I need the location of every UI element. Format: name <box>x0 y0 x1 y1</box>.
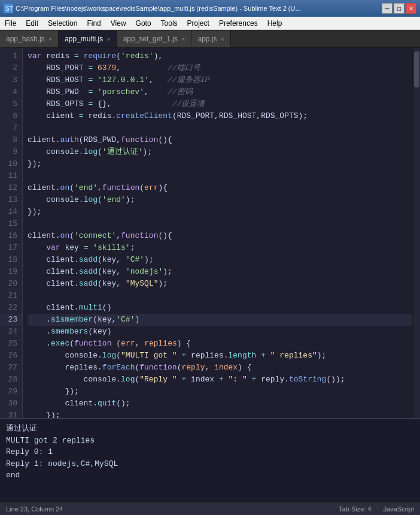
console-line: 通过认证 <box>6 423 414 435</box>
minimize-button[interactable]: ─ <box>382 3 392 14</box>
code-line: client.on('end',function(err){ <box>28 182 412 194</box>
tab-close-button[interactable]: × <box>48 35 52 43</box>
code-line: }); <box>28 410 412 418</box>
code-line: RDS_HOST = '127.0.0.1', //服务器IP <box>28 74 412 86</box>
line-number: 3 <box>0 74 22 86</box>
code-line: var redis = require('redis'), <box>28 50 412 62</box>
tab-label: app_set_get_1.js <box>123 35 178 43</box>
code-line: }); <box>28 206 412 218</box>
line-number: 7 <box>0 122 22 134</box>
window-controls: ─ □ ✕ <box>382 3 416 14</box>
status-bar: Line 23, Column 24 Tab Size: 4 JavaScrip… <box>0 502 420 515</box>
code-line: .sismember(key,'C#') <box>28 314 412 326</box>
line-number: 27 <box>0 362 22 374</box>
code-line: client.on('connect',function(){ <box>28 230 412 242</box>
line-number: 2 <box>0 62 22 74</box>
line-number: 1 <box>0 50 22 62</box>
title-bar: ST C:\Program Files\nodejs\workspace\red… <box>0 0 420 17</box>
menu-item-selection[interactable]: Selection <box>43 17 82 29</box>
menu-item-preferences[interactable]: Preferences <box>214 17 263 29</box>
line-number: 28 <box>0 374 22 386</box>
line-number: 29 <box>0 386 22 398</box>
line-number: 11 <box>0 170 22 182</box>
code-line <box>28 218 412 230</box>
close-button[interactable]: ✕ <box>406 3 416 14</box>
line-number: 21 <box>0 290 22 302</box>
tab-app_multi-js[interactable]: app_multi.js× <box>59 31 117 47</box>
tab-size: Tab Size: 4 <box>339 505 371 513</box>
line-number: 6 <box>0 110 22 122</box>
console-line: Reply 1: nodejs,C#,MySQL <box>6 458 414 470</box>
line-number: 30 <box>0 398 22 410</box>
menu-item-view[interactable]: View <box>106 17 131 29</box>
tab-bar: app_hash.js×app_multi.js×app_set_get_1.j… <box>0 30 420 48</box>
line-number: 15 <box>0 218 22 230</box>
tab-close-button[interactable]: × <box>181 35 185 43</box>
menu-item-tools[interactable]: Tools <box>156 17 182 29</box>
line-number: 14 <box>0 206 22 218</box>
code-line: client.multi() <box>28 302 412 314</box>
line-number: 18 <box>0 254 22 266</box>
svg-text:ST: ST <box>5 5 13 12</box>
cursor-position: Line 23, Column 24 <box>6 505 63 513</box>
menu-item-goto[interactable]: Goto <box>131 17 156 29</box>
line-number: 17 <box>0 242 22 254</box>
line-number: 12 <box>0 182 22 194</box>
app-icon: ST <box>4 4 13 13</box>
code-line <box>28 170 412 182</box>
code-line: client.sadd(key, "MySQL"); <box>28 278 412 290</box>
code-line: RDS_PORT = 6379, //端口号 <box>28 62 412 74</box>
code-area[interactable]: var redis = require('redis'), RDS_PORT =… <box>23 48 412 418</box>
line-number: 13 <box>0 194 22 206</box>
code-line: }); <box>28 386 412 398</box>
menu-bar: FileEditSelectionFindViewGotoToolsProjec… <box>0 17 420 30</box>
scrollbar-thumb[interactable] <box>414 51 419 87</box>
tab-label: app_hash.js <box>6 35 45 43</box>
line-number: 20 <box>0 278 22 290</box>
line-number: 10 <box>0 158 22 170</box>
tab-app_set_get_1-js[interactable]: app_set_get_1.js× <box>117 31 192 47</box>
scrollbar[interactable] <box>412 48 420 418</box>
code-line: client.sadd(key, 'nodejs'); <box>28 266 412 278</box>
code-line: console.log("MULTI got " + replies.lengt… <box>28 350 412 362</box>
menu-item-project[interactable]: Project <box>182 17 214 29</box>
code-line <box>28 290 412 302</box>
line-number: 19 <box>0 266 22 278</box>
code-line: client.sadd(key, 'C#'); <box>28 254 412 266</box>
menu-item-help[interactable]: Help <box>263 17 287 29</box>
code-line <box>28 122 412 134</box>
language-mode: JavaScript <box>384 505 414 513</box>
line-numbers: 1234567891011121314151617181920212223242… <box>0 48 23 418</box>
line-number: 25 <box>0 338 22 350</box>
line-number: 5 <box>0 98 22 110</box>
menu-item-file[interactable]: File <box>0 17 21 29</box>
tab-close-button[interactable]: × <box>221 35 224 43</box>
console-output: 通过认证MULTI got 2 repliesReply 0: 1Reply 1… <box>0 418 420 502</box>
tab-app_hash-js[interactable]: app_hash.js× <box>0 31 59 47</box>
tab-label: app_multi.js <box>65 35 103 43</box>
code-line: var key = 'skills'; <box>28 242 412 254</box>
tab-close-button[interactable]: × <box>106 35 110 43</box>
code-line: RDS_OPTS = {}, //设置项 <box>28 98 412 110</box>
menu-item-edit[interactable]: Edit <box>21 17 43 29</box>
editor-container: 1234567891011121314151617181920212223242… <box>0 48 420 418</box>
window-title: C:\Program Files\nodejs\workspace\redisS… <box>16 5 382 12</box>
code-line: replies.forEach(function(reply, index) { <box>28 362 412 374</box>
console-line: end <box>6 469 414 481</box>
maximize-button[interactable]: □ <box>394 3 404 14</box>
tab-app-js[interactable]: app.js× <box>191 31 230 47</box>
code-line: console.log("Reply " + index + ": " + re… <box>28 374 412 386</box>
menu-item-find[interactable]: Find <box>82 17 105 29</box>
line-number: 9 <box>0 146 22 158</box>
line-number: 8 <box>0 134 22 146</box>
line-number: 16 <box>0 230 22 242</box>
code-line: client = redis.createClient(RDS_PORT,RDS… <box>28 110 412 122</box>
line-number: 22 <box>0 302 22 314</box>
code-line: RDS_PWD = 'porschev', //密码 <box>28 86 412 98</box>
code-line: console.log('通过认证'); <box>28 146 412 158</box>
line-number: 31 <box>0 410 22 418</box>
line-number: 23 <box>0 314 22 326</box>
code-line: .smembers(key) <box>28 326 412 338</box>
code-line: }); <box>28 158 412 170</box>
code-line: client.auth(RDS_PWD,function(){ <box>28 134 412 146</box>
